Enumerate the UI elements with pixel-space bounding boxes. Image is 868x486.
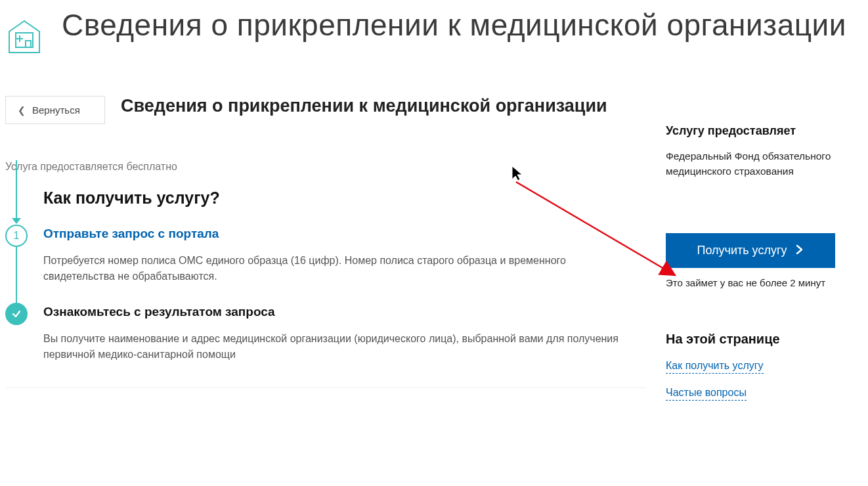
eta-text: Это займет у вас не более 2 минут (666, 277, 863, 288)
page-subtitle: Сведения о прикреплении к медицинской ор… (121, 96, 646, 116)
divider (5, 387, 646, 388)
howto-step: Ознакомьтесь с результатом запроса Вы по… (5, 303, 646, 381)
free-service-note: Услуга предоставляется бесплатно (5, 161, 646, 173)
timeline-connector-icon (16, 247, 17, 305)
onpage-title: На этой странице (666, 332, 863, 347)
back-button-label: Вернуться (32, 104, 80, 116)
timeline-line-icon (16, 160, 17, 222)
page-title: Сведения о прикреплении к медицинской ор… (62, 7, 846, 45)
step-check-badge (5, 303, 28, 325)
step-title: Ознакомьтесь с результатом запроса (43, 305, 634, 319)
step-number-badge: 1 (5, 225, 28, 247)
onpage-link-faq[interactable]: Частые вопросы (666, 387, 747, 401)
howto-step: 1 Отправьте запрос с портала Потребуется… (5, 225, 646, 303)
chevron-right-icon (796, 244, 804, 257)
howto-title: Как получить услугу? (43, 188, 646, 208)
get-service-label: Получить услугу (697, 244, 787, 257)
chevron-left-icon: ❮ (18, 105, 26, 116)
timeline-arrowhead-icon (12, 218, 21, 224)
provider-name: Федеральный Фонд обязательного медицинск… (666, 148, 863, 179)
onpage-link-howto[interactable]: Как получить услугу (666, 360, 764, 374)
provider-label: Услугу предоставляет (666, 124, 863, 138)
get-service-button[interactable]: Получить услугу (666, 233, 835, 268)
step-desc: Потребуется номер полиса ОМС единого обр… (43, 253, 634, 284)
check-icon (11, 309, 22, 319)
back-button[interactable]: ❮ Вернуться (5, 96, 105, 124)
svg-rect-3 (26, 41, 31, 47)
step-title: Отправьте запрос с портала (43, 227, 634, 241)
step-desc: Вы получите наименование и адрес медицин… (43, 331, 634, 363)
medical-building-icon (5, 7, 46, 59)
